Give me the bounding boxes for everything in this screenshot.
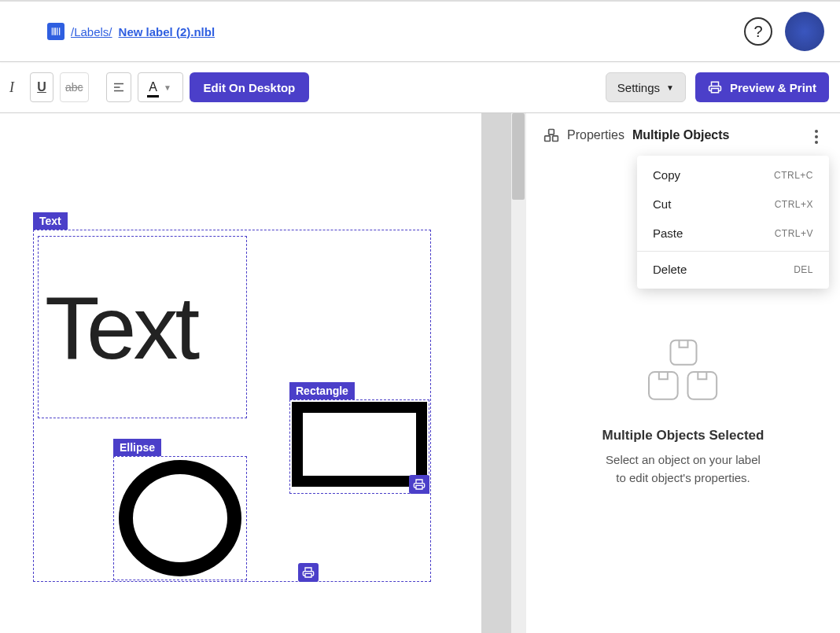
app-barcode-icon xyxy=(47,23,64,40)
ctx-separator xyxy=(637,251,829,252)
multi-desc-line1: Select an object on your label xyxy=(550,451,816,469)
header: /Labels/New label (2).nlbl ? xyxy=(0,2,840,61)
svg-rect-13 xyxy=(687,372,717,399)
avatar[interactable] xyxy=(785,12,824,51)
canvas[interactable]: Text Ellipse Rectangle Text xyxy=(0,113,481,633)
text-object-content: Text xyxy=(39,276,197,379)
strikethrough-button[interactable]: abc xyxy=(60,72,89,102)
multi-desc-line2: to edit object's properties. xyxy=(550,469,816,488)
kebab-menu-icon[interactable] xyxy=(809,127,824,146)
panel-value: Multiple Objects xyxy=(632,128,730,142)
ctx-paste-label: Paste xyxy=(653,226,683,240)
svg-rect-10 xyxy=(553,136,558,142)
edit-on-desktop-button[interactable]: Edit On Desktop xyxy=(190,72,310,102)
toolbar-left: I U abc A ▼ Edit On Desktop xyxy=(0,72,309,102)
toolbar: I U abc A ▼ Edit On Desktop Settings ▼ P… xyxy=(0,62,840,112)
ctx-cut-shortcut: CTRL+X xyxy=(775,199,813,210)
chevron-down-icon: ▼ xyxy=(164,83,171,92)
text-object[interactable]: Text xyxy=(38,236,247,418)
print-chip-icon[interactable] xyxy=(298,563,319,582)
header-right: ? xyxy=(744,12,824,51)
scrollbar-track[interactable] xyxy=(511,113,525,633)
ctx-cut-label: Cut xyxy=(653,197,671,211)
breadcrumb-path[interactable]: /Labels/ xyxy=(71,25,112,39)
ctx-delete-label: Delete xyxy=(653,263,687,276)
svg-rect-11 xyxy=(670,340,696,365)
svg-rect-9 xyxy=(545,136,551,142)
properties-panel: Properties Multiple Objects Copy CTRL+C … xyxy=(525,113,840,633)
ctx-delete-shortcut: DEL xyxy=(794,264,813,275)
ctx-paste[interactable]: Paste CTRL+V xyxy=(637,219,829,248)
svg-rect-12 xyxy=(649,372,678,399)
multi-selection-hint: Multiple Objects Selected Select an obje… xyxy=(526,333,840,487)
underline-button[interactable]: U xyxy=(30,72,53,102)
help-icon[interactable]: ? xyxy=(744,17,772,46)
scrollbar-thumb[interactable] xyxy=(512,113,525,200)
panel-header: Properties Multiple Objects xyxy=(543,127,823,143)
object-tag-text[interactable]: Text xyxy=(33,212,68,230)
properties-icon xyxy=(543,127,559,143)
main: Text Ellipse Rectangle Text xyxy=(0,113,840,633)
context-menu: Copy CTRL+C Cut CTRL+X Paste CTRL+V Dele… xyxy=(637,156,829,289)
multi-title: Multiple Objects Selected xyxy=(550,428,816,443)
font-color-button[interactable]: A ▼ xyxy=(138,72,183,102)
boxes-icon xyxy=(550,333,816,410)
ctx-copy[interactable]: Copy CTRL+C xyxy=(637,160,829,190)
printer-icon xyxy=(708,80,722,94)
preview-print-button[interactable]: Preview & Print xyxy=(695,72,829,102)
print-chip-icon[interactable] xyxy=(409,475,429,494)
settings-label: Settings xyxy=(617,81,660,94)
chevron-down-icon: ▼ xyxy=(666,83,674,92)
align-button[interactable] xyxy=(106,72,131,102)
toolbar-right: Settings ▼ Preview & Print xyxy=(606,72,829,102)
ctx-paste-shortcut: CTRL+V xyxy=(775,228,813,239)
rectangle-shape xyxy=(292,402,427,487)
ctx-delete[interactable]: Delete DEL xyxy=(637,255,829,284)
ctx-cut[interactable]: Cut CTRL+X xyxy=(637,190,829,219)
italic-button[interactable]: I xyxy=(0,72,24,102)
rectangle-object[interactable] xyxy=(289,399,429,494)
svg-rect-8 xyxy=(549,130,554,135)
ctx-copy-shortcut: CTRL+C xyxy=(774,170,813,181)
ctx-copy-label: Copy xyxy=(653,168,680,182)
ellipse-object[interactable] xyxy=(113,456,247,580)
breadcrumb-file[interactable]: New label (2).nlbl xyxy=(119,25,216,39)
font-color-label: A xyxy=(149,80,157,94)
panel-label: Properties xyxy=(567,128,624,142)
settings-button[interactable]: Settings ▼ xyxy=(606,72,686,102)
preview-label: Preview & Print xyxy=(730,81,816,94)
breadcrumb: /Labels/New label (2).nlbl xyxy=(47,23,215,40)
canvas-gutter xyxy=(481,113,525,633)
ellipse-shape xyxy=(119,460,241,576)
